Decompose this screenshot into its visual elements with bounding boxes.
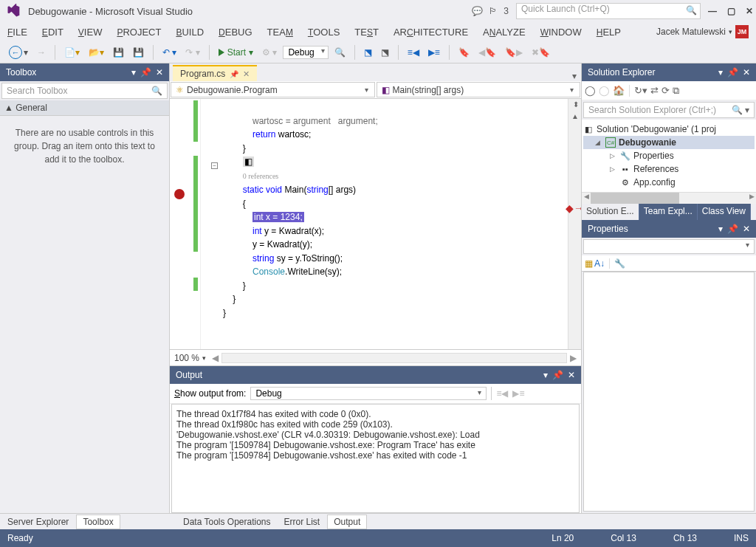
menu-project[interactable]: PROJECT <box>117 27 161 38</box>
panel-menu-icon[interactable]: ▾ <box>718 67 723 78</box>
flag-icon[interactable]: 🏳 <box>489 6 498 16</box>
close-panel-icon[interactable]: ✕ <box>156 67 163 78</box>
tab-toolbox[interactable]: Toolbox <box>76 515 120 529</box>
panel-menu-icon[interactable]: ▾ <box>718 224 723 234</box>
minimize-button[interactable]: — <box>708 6 717 16</box>
user-menu[interactable]: Jacek Matulewski ▾ JM <box>656 25 749 38</box>
tab-data-tools[interactable]: Data Tools Operations <box>177 515 277 529</box>
output-text[interactable]: The thread 0x1f7f84 has exited with code… <box>171 404 580 513</box>
tab-class-view[interactable]: Class View <box>698 204 751 220</box>
refresh-icon[interactable]: ↻▾ <box>634 85 647 96</box>
tab-program-cs[interactable]: Program.cs 📌 ✕ <box>173 65 257 81</box>
tab-output[interactable]: Output <box>327 515 367 529</box>
method-navigator-dropdown[interactable]: ◧Main(string[] args) <box>377 82 581 97</box>
toolbox-category-general[interactable]: ▲ General <box>0 100 169 116</box>
solution-tree[interactable]: ◧ Solution 'Debugowanie' (1 proj ◢ C# De… <box>582 120 756 192</box>
start-debug-button[interactable]: Start ▾ <box>216 46 256 59</box>
save-button[interactable]: 💾 <box>110 46 127 59</box>
menu-file[interactable]: FILE <box>7 27 27 38</box>
sync-icon[interactable]: ⇄ <box>650 85 659 96</box>
indent-right-button[interactable]: ▶≡ <box>425 46 443 59</box>
tool-btn-1[interactable]: ⬔ <box>361 46 375 59</box>
nav-fwd-icon[interactable]: ◯ <box>599 85 610 96</box>
pin-icon[interactable]: 📌 <box>552 370 563 380</box>
config-dropdown[interactable]: Debug <box>283 46 328 59</box>
start-options[interactable]: ⚙ ▾ <box>259 46 280 59</box>
toolbox-search[interactable]: Search Toolbox 🔍 <box>1 83 168 99</box>
indent-left-button[interactable]: ≡◀ <box>405 46 422 59</box>
next-bookmark-button[interactable]: 🔖▶ <box>502 46 526 59</box>
menu-analyze[interactable]: ANALYZE <box>483 27 526 38</box>
menu-help[interactable]: HELP <box>597 27 621 38</box>
props-tool-icon[interactable]: 🔧 <box>614 258 625 269</box>
class-navigator-dropdown[interactable]: ⚛Debugowanie.Program <box>171 82 375 97</box>
properties-object-dropdown[interactable] <box>583 239 755 254</box>
solution-search[interactable]: Search Solution Explorer (Ctrl+;) 🔍 ▾ <box>583 102 755 118</box>
collapse-icon[interactable]: ⟳ <box>662 85 670 96</box>
undo-button[interactable]: ↶ ▾ <box>159 46 179 59</box>
close-button[interactable]: ✕ <box>746 6 753 16</box>
horizontal-scrollbar[interactable] <box>221 353 567 363</box>
home-icon[interactable]: 🏠 <box>613 85 625 96</box>
menu-window[interactable]: WINDOW <box>540 27 582 38</box>
nav-back-button[interactable]: ← ▾ <box>6 44 31 61</box>
open-button[interactable]: 📂▾ <box>86 46 107 59</box>
panel-menu-icon[interactable]: ▾ <box>131 67 136 78</box>
output-tool-2[interactable]: ▶≡ <box>512 388 524 399</box>
quick-launch-search[interactable]: Quick Launch (Ctrl+Q) 🔍 <box>516 3 701 19</box>
save-all-button[interactable]: 💾 <box>130 46 147 59</box>
tree-horizontal-scrollbar[interactable]: ◀ ▶ <box>582 192 756 204</box>
close-tab-icon[interactable]: ✕ <box>243 69 250 79</box>
code-editor[interactable]: wartosc = argument argument; return wart… <box>170 99 581 349</box>
menu-tools[interactable]: TOOLS <box>308 27 340 38</box>
expand-arrow-icon[interactable]: ◢ <box>595 139 602 146</box>
pin-icon[interactable]: 📌 <box>727 224 738 234</box>
properties-grid[interactable] <box>583 272 755 512</box>
tree-item-appconfig[interactable]: ⚙ App.config <box>583 176 755 189</box>
tree-project-node[interactable]: ◢ C# Debugowanie <box>583 136 755 149</box>
tab-dropdown-button[interactable]: ▾ <box>568 71 581 81</box>
pin-icon[interactable]: 📌 <box>727 67 738 78</box>
menu-test[interactable]: TEST <box>354 27 379 38</box>
output-tool-1[interactable]: ≡◀ <box>496 388 508 399</box>
menu-debug[interactable]: DEBUG <box>219 27 252 38</box>
feedback-icon[interactable]: 💬 <box>472 6 483 16</box>
bookmark-button[interactable]: 🔖 <box>456 46 472 59</box>
close-panel-icon[interactable]: ✕ <box>743 67 750 78</box>
tree-item-references[interactable]: ▷ ▪▪ References <box>583 162 755 176</box>
tab-error-list[interactable]: Error List <box>278 515 326 529</box>
alphabetical-icon[interactable]: A↓ <box>594 258 605 269</box>
maximize-button[interactable]: ▢ <box>727 6 735 16</box>
tool-btn-2[interactable]: ⬔ <box>378 46 392 59</box>
tree-item-properties[interactable]: ▷ 🔧 Properties <box>583 149 755 162</box>
new-project-button[interactable]: 📄▾ <box>61 46 83 59</box>
close-panel-icon[interactable]: ✕ <box>568 370 575 380</box>
close-panel-icon[interactable]: ✕ <box>743 224 750 234</box>
breakpoint-icon[interactable] <box>174 189 185 199</box>
clear-bookmarks-button[interactable]: ✖🔖 <box>529 46 553 59</box>
categorized-icon[interactable]: ▦ <box>585 258 593 269</box>
expand-arrow-icon[interactable]: ▷ <box>610 152 617 159</box>
editor-gutter[interactable] <box>170 99 201 349</box>
horizontal-scroll-right[interactable]: ▶ <box>570 353 577 363</box>
redo-button[interactable]: ↷ ▾ <box>182 46 202 59</box>
editor-scrollbar[interactable]: ⬍ ▲ ◆→ <box>568 99 581 349</box>
pin-icon[interactable]: 📌 <box>140 67 151 78</box>
find-button[interactable]: 🔍 <box>331 46 348 59</box>
output-source-dropdown[interactable]: Debug <box>250 387 487 400</box>
nav-back-icon[interactable]: ◯ <box>585 85 596 96</box>
horizontal-scroll-left[interactable]: ◀ <box>212 353 219 363</box>
menu-team[interactable]: TEAM <box>267 27 293 38</box>
menu-build[interactable]: BUILD <box>176 27 204 38</box>
tab-solution-explorer[interactable]: Solution E... <box>582 204 639 220</box>
zoom-level-dropdown[interactable]: 100 % <box>174 353 199 363</box>
pin-icon[interactable]: 📌 <box>230 70 238 78</box>
code-fold-toggle[interactable]: − <box>211 162 218 169</box>
tree-solution-root[interactable]: ◧ Solution 'Debugowanie' (1 proj <box>583 123 755 136</box>
show-all-icon[interactable]: ⧉ <box>673 85 679 97</box>
prev-bookmark-button[interactable]: ◀🔖 <box>475 46 499 59</box>
menu-edit[interactable]: EDIT <box>42 27 63 38</box>
menu-view[interactable]: VIEW <box>78 27 103 38</box>
menu-architecture[interactable]: ARCHITECTURE <box>394 27 468 38</box>
tab-team-explorer[interactable]: Team Expl... <box>639 204 698 220</box>
